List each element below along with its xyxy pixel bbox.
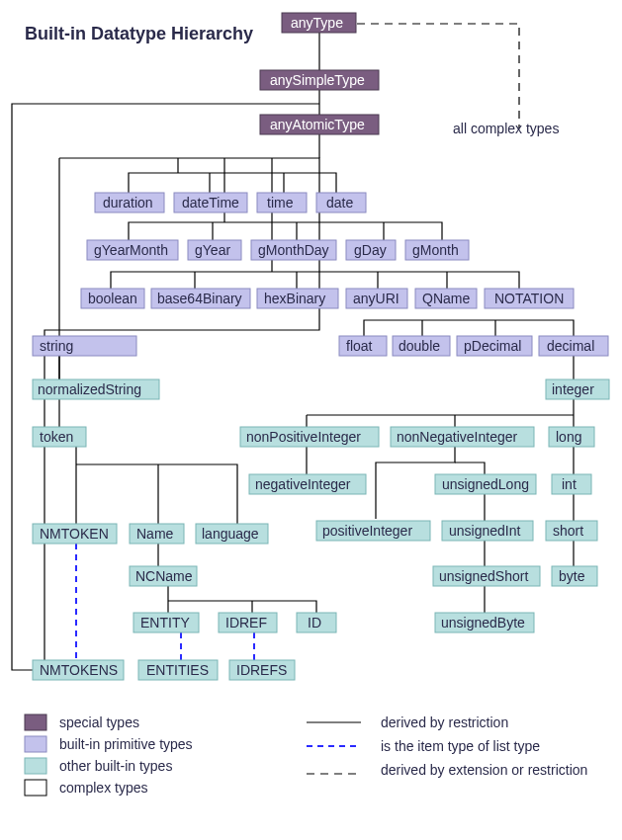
node-QName: QName: [415, 289, 477, 308]
node-gYearMonth: gYearMonth: [87, 240, 178, 260]
svg-text:pDecimal: pDecimal: [464, 338, 521, 354]
svg-text:anyType: anyType: [291, 15, 343, 31]
node-negativeInteger: negativeInteger: [249, 474, 366, 494]
page-title: Built-in Datatype Hierarchy: [25, 24, 253, 43]
svg-text:IDREF: IDREF: [225, 615, 267, 630]
node-anyURI: anyURI: [346, 289, 407, 308]
svg-text:normalizedString: normalizedString: [38, 381, 141, 397]
svg-text:boolean: boolean: [88, 291, 137, 306]
svg-rect-134: [25, 736, 46, 752]
svg-text:other built-in types: other built-in types: [59, 758, 172, 774]
node-anySimpleType: anySimpleType: [260, 70, 379, 90]
svg-text:anySimpleType: anySimpleType: [270, 72, 365, 88]
svg-text:QName: QName: [422, 291, 470, 306]
svg-text:language: language: [202, 526, 259, 542]
svg-text:integer: integer: [552, 381, 594, 397]
svg-text:built-in primitive types: built-in primitive types: [59, 736, 193, 752]
svg-text:unsignedByte: unsignedByte: [441, 615, 525, 630]
svg-text:Name: Name: [136, 526, 174, 542]
node-int: int: [552, 474, 591, 494]
node-nonNegativeInteger: nonNegativeInteger: [391, 427, 534, 447]
node-float: float: [339, 336, 387, 356]
svg-text:dateTime: dateTime: [182, 195, 239, 210]
svg-text:positiveInteger: positiveInteger: [322, 523, 412, 539]
svg-text:unsignedShort: unsignedShort: [439, 568, 528, 584]
node-byte: byte: [552, 566, 597, 586]
svg-text:ENTITY: ENTITY: [140, 615, 190, 630]
node-IDREFS: IDREFS: [229, 660, 295, 680]
node-language: language: [196, 524, 268, 544]
node-unsignedShort: unsignedShort: [433, 566, 540, 586]
svg-text:derived by extension or restri: derived by extension or restriction: [381, 762, 587, 778]
node-duration: duration: [95, 193, 164, 212]
legend: special types built-in primitive types o…: [25, 714, 587, 796]
node-string: string: [33, 336, 136, 356]
node-Name: Name: [130, 524, 184, 544]
node-base64Binary: base64Binary: [151, 289, 250, 308]
node-double: double: [393, 336, 450, 356]
svg-rect-136: [25, 758, 46, 774]
svg-rect-138: [25, 780, 46, 796]
node-gDay: gDay: [346, 240, 396, 260]
svg-text:gYear: gYear: [195, 242, 230, 258]
node-ENTITIES: ENTITIES: [138, 660, 218, 680]
svg-text:base64Binary: base64Binary: [157, 291, 242, 306]
svg-text:special types: special types: [59, 714, 139, 730]
svg-text:gMonth: gMonth: [412, 242, 459, 258]
svg-text:anyAtomicType: anyAtomicType: [270, 117, 365, 132]
svg-text:token: token: [40, 429, 73, 445]
svg-text:nonPositiveInteger: nonPositiveInteger: [246, 429, 361, 445]
node-NMTOKENS: NMTOKENS: [33, 660, 124, 680]
svg-text:long: long: [556, 429, 581, 445]
node-NCName: NCName: [130, 566, 197, 586]
svg-text:derived by restriction: derived by restriction: [381, 714, 508, 730]
svg-text:hexBinary: hexBinary: [264, 291, 325, 306]
node-unsignedInt: unsignedInt: [442, 521, 533, 541]
svg-text:ID: ID: [308, 615, 321, 630]
svg-text:gDay: gDay: [354, 242, 387, 258]
node-hexBinary: hexBinary: [257, 289, 338, 308]
node-ID: ID: [297, 613, 336, 632]
svg-text:nonNegativeInteger: nonNegativeInteger: [397, 429, 518, 445]
svg-text:NMTOKEN: NMTOKEN: [40, 526, 109, 542]
svg-text:is the item type of list type: is the item type of list type: [381, 738, 540, 754]
svg-text:unsignedLong: unsignedLong: [442, 476, 529, 492]
svg-text:gYearMonth: gYearMonth: [94, 242, 168, 258]
node-ENTITY: ENTITY: [133, 613, 199, 632]
complex-types-label: all complex types: [453, 121, 559, 136]
svg-text:unsignedInt: unsignedInt: [449, 523, 521, 539]
svg-rect-132: [25, 714, 46, 730]
svg-text:duration: duration: [103, 195, 153, 210]
svg-text:NMTOKENS: NMTOKENS: [40, 662, 118, 678]
svg-text:double: double: [399, 338, 440, 354]
node-integer: integer: [546, 379, 609, 399]
svg-text:byte: byte: [559, 568, 585, 584]
svg-text:int: int: [562, 476, 577, 492]
svg-text:date: date: [326, 195, 353, 210]
node-decimal: decimal: [539, 336, 608, 356]
node-gMonthDay: gMonthDay: [251, 240, 336, 260]
node-nonPositiveInteger: nonPositiveInteger: [240, 427, 379, 447]
node-gMonth: gMonth: [405, 240, 469, 260]
svg-text:negativeInteger: negativeInteger: [255, 476, 351, 492]
node-positiveInteger: positiveInteger: [316, 521, 430, 541]
svg-text:ENTITIES: ENTITIES: [146, 662, 209, 678]
svg-text:gMonthDay: gMonthDay: [258, 242, 329, 258]
node-date: date: [316, 193, 366, 212]
node-time: time: [257, 193, 307, 212]
node-pDecimal: pDecimal: [457, 336, 532, 356]
svg-text:string: string: [40, 338, 73, 354]
node-unsignedLong: unsignedLong: [435, 474, 536, 494]
node-boolean: boolean: [81, 289, 144, 308]
svg-text:NOTATION: NOTATION: [494, 291, 564, 306]
node-short: short: [546, 521, 597, 541]
node-dateTime: dateTime: [174, 193, 247, 212]
svg-text:decimal: decimal: [547, 338, 594, 354]
node-IDREF: IDREF: [219, 613, 277, 632]
node-anyAtomicType: anyAtomicType: [260, 115, 379, 134]
node-token: token: [33, 427, 86, 447]
node-NMTOKEN: NMTOKEN: [33, 524, 117, 544]
node-anyType: anyType: [282, 13, 356, 33]
node-normalizedString: normalizedString: [33, 379, 159, 399]
svg-text:NCName: NCName: [135, 568, 193, 584]
